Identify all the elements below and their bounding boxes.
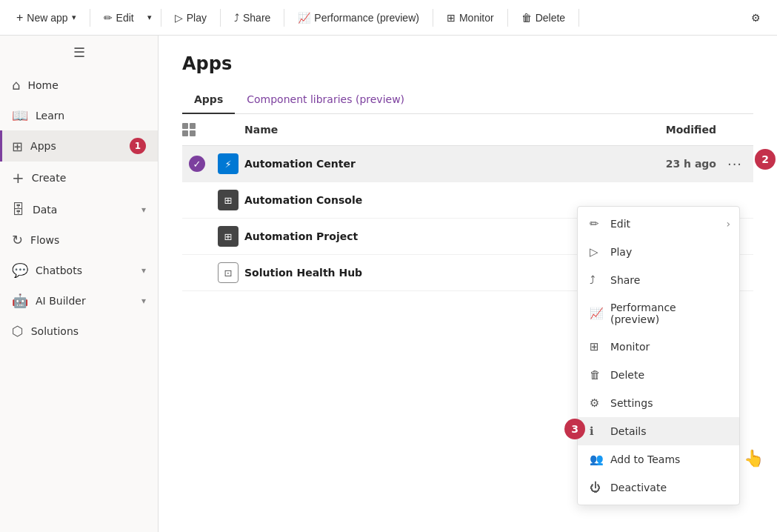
solutions-icon: ⬡	[12, 323, 24, 339]
toolbar-divider-3	[220, 9, 221, 27]
sidebar-item-label: Learn	[36, 110, 146, 122]
sidebar-item-label: Apps	[30, 140, 122, 152]
delete-icon: 🗑	[590, 368, 603, 382]
sidebar-item-chatbots[interactable]: 💬 Chatbots ▾	[0, 255, 158, 285]
share-icon: ⤴	[590, 273, 603, 287]
tab-component-libraries[interactable]: Component libraries (preview)	[235, 86, 416, 114]
sidebar-item-solutions[interactable]: ⬡ Solutions	[0, 316, 158, 346]
performance-button[interactable]: 📈 Performance (preview)	[290, 7, 427, 28]
delete-icon: 🗑	[521, 12, 532, 24]
sidebar-item-ai-builder[interactable]: 🤖 AI Builder ▾	[0, 285, 158, 316]
performance-icon: 📈	[298, 12, 310, 24]
menu-item-delete[interactable]: 🗑 Delete	[578, 361, 739, 389]
table-header: Name Modified	[182, 114, 753, 146]
app-icon-dark: ⊞	[218, 190, 239, 210]
sidebar-item-create[interactable]: + Create	[0, 162, 158, 194]
play-icon: ▷	[175, 12, 183, 24]
monitor-icon: ⊞	[590, 340, 603, 353]
toolbar-divider-4	[284, 9, 284, 27]
page-title: Apps	[182, 53, 753, 74]
row-more-area: ··· 2	[716, 155, 753, 173]
home-icon: ⌂	[12, 77, 20, 93]
new-app-label: New app	[27, 12, 67, 24]
main-layout: ☰ ⌂ Home 📖 Learn ⊞ Apps 1 + Create 🗄 Dat…	[0, 36, 777, 532]
hamburger-button[interactable]: ☰	[0, 36, 158, 70]
row-app-name: Solution Health Hub	[244, 267, 568, 279]
app-icon-blue: ⚡	[218, 153, 239, 174]
tab-component-libraries-label: Component libraries (preview)	[247, 93, 404, 105]
menu-item-deactivate[interactable]: ⏻ Deactivate	[578, 473, 739, 502]
data-icon: 🗄	[12, 202, 25, 217]
table-row[interactable]: ✓ ⚡ Automation Center 23 h ago ··· 2	[182, 146, 753, 182]
monitor-icon: ⊞	[447, 12, 456, 24]
toolbar-divider-6	[507, 9, 508, 27]
chevron-right-icon: ›	[726, 218, 730, 230]
menu-item-add-teams[interactable]: 👥 Add to Teams	[578, 445, 739, 473]
menu-item-label: Settings	[610, 397, 653, 409]
delete-button[interactable]: 🗑 Delete	[514, 7, 573, 28]
row-check: ✓	[182, 156, 212, 172]
settings-button[interactable]: ⚙	[744, 7, 768, 28]
row-app-icon: ⊡	[212, 262, 244, 283]
sidebar-item-apps[interactable]: ⊞ Apps 1	[0, 130, 158, 162]
tab-apps[interactable]: Apps	[182, 86, 235, 114]
power-icon: ⏻	[590, 481, 603, 494]
menu-item-monitor[interactable]: ⊞ Monitor	[578, 333, 739, 361]
sidebar: ☰ ⌂ Home 📖 Learn ⊞ Apps 1 + Create 🗄 Dat…	[0, 36, 159, 532]
edit-icon: ✏	[104, 12, 113, 24]
sidebar-item-flows[interactable]: ↻ Flows	[0, 225, 158, 255]
monitor-label: Monitor	[459, 12, 494, 24]
row-app-name: Automation Project	[244, 230, 568, 242]
tab-apps-label: Apps	[194, 93, 223, 105]
edit-label: Edit	[116, 12, 134, 24]
play-button[interactable]: ▷ Play	[167, 7, 214, 28]
content-area: Apps Apps Component libraries (preview)	[159, 36, 777, 532]
menu-item-play[interactable]: ▷ Play	[578, 238, 739, 266]
edit-button[interactable]: ✏ Edit	[96, 7, 141, 28]
menu-item-label: Delete	[610, 369, 644, 381]
menu-item-details[interactable]: ℹ Details	[578, 417, 739, 445]
share-button[interactable]: ⤴ Share	[227, 7, 278, 28]
chevron-down-icon: ▾	[141, 296, 146, 306]
menu-item-edit[interactable]: ✏ Edit ›	[578, 210, 739, 238]
edit-icon: ✏	[590, 217, 603, 230]
menu-item-settings[interactable]: ⚙ Settings	[578, 389, 739, 417]
menu-item-label: Share	[610, 274, 640, 286]
plus-icon: +	[16, 11, 23, 24]
row-app-icon: ⚡	[212, 153, 244, 174]
sidebar-item-data[interactable]: 🗄 Data ▾	[0, 194, 158, 225]
menu-item-label: Monitor	[610, 341, 650, 353]
sidebar-item-home[interactable]: ⌂ Home	[0, 70, 158, 100]
play-label: Play	[187, 12, 207, 24]
new-app-button[interactable]: + New app ▾	[9, 7, 84, 29]
header-name-col: Name	[244, 124, 568, 136]
more-dots-icon[interactable]	[732, 199, 738, 202]
menu-item-label: Edit	[610, 218, 630, 230]
chevron-down-icon: ▾	[72, 13, 76, 22]
delete-label: Delete	[536, 12, 565, 24]
row-app-name: Automation Center	[244, 158, 568, 170]
chevron-down-icon: ▾	[141, 265, 146, 276]
flows-icon: ↻	[12, 232, 23, 247]
learn-icon: 📖	[12, 107, 28, 123]
row-modified: 23 h ago	[568, 158, 716, 170]
row-app-name: Automation Console	[244, 194, 568, 206]
sidebar-item-learn[interactable]: 📖 Learn	[0, 100, 158, 130]
sidebar-item-label: Flows	[30, 234, 146, 246]
edit-chevron-button[interactable]: ▾	[144, 8, 155, 27]
ai-builder-icon: 🤖	[12, 293, 28, 308]
menu-item-label: Deactivate	[610, 482, 667, 493]
sidebar-item-label: Chatbots	[36, 265, 134, 276]
more-dots-icon[interactable]: ···	[724, 155, 745, 173]
row-app-icon: ⊞	[212, 226, 244, 247]
menu-item-label: Play	[610, 246, 632, 258]
monitor-button[interactable]: ⊞ Monitor	[439, 7, 501, 28]
gear-icon: ⚙	[590, 396, 603, 410]
menu-item-share[interactable]: ⤴ Share	[578, 266, 739, 294]
sidebar-item-label: Create	[32, 172, 146, 184]
menu-item-label: Details	[610, 425, 647, 437]
step-badge-2: 2	[755, 149, 776, 170]
menu-item-label: Performance (preview)	[610, 302, 727, 325]
menu-item-performance[interactable]: 📈 Performance (preview)	[578, 294, 739, 333]
toolbar: + New app ▾ ✏ Edit ▾ ▷ Play ⤴ Share 📈 Pe…	[0, 0, 777, 36]
